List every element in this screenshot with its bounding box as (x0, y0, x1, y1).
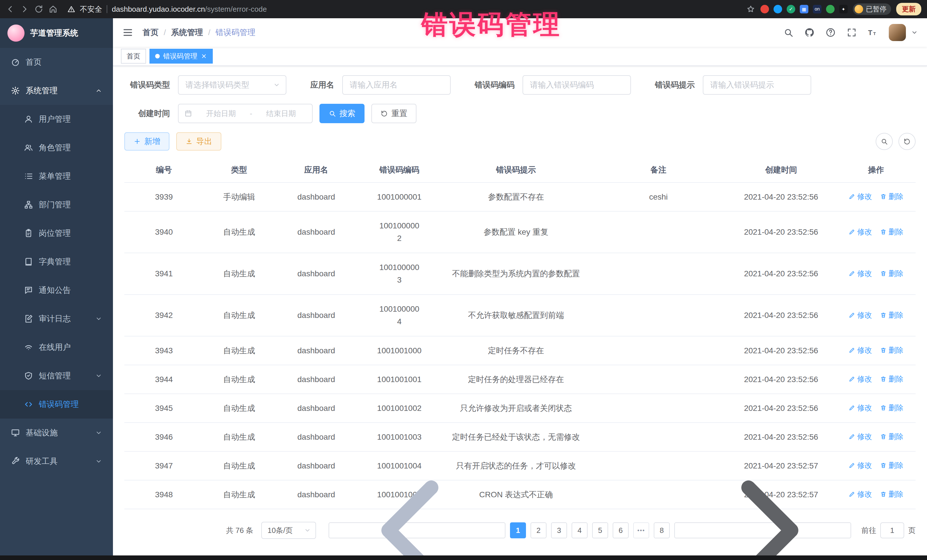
goto-page-input[interactable] (880, 522, 904, 538)
browser-back-icon[interactable] (6, 5, 15, 14)
reset-button[interactable]: 重置 (371, 104, 416, 123)
sidebar-item-devtool[interactable]: 研发工具 (0, 447, 113, 476)
extension-on-icon[interactable]: on (813, 5, 821, 14)
user-avatar[interactable] (889, 24, 906, 41)
refresh-icon (903, 138, 911, 145)
address-divider (107, 5, 107, 13)
edit-link[interactable]: 修改 (849, 310, 872, 321)
page-button-4[interactable]: 4 (571, 522, 588, 538)
github-icon[interactable] (804, 27, 815, 38)
edit-link[interactable]: 修改 (849, 226, 872, 238)
extension-green-check-icon[interactable]: ✓ (787, 5, 795, 14)
extension-red-icon[interactable] (760, 5, 769, 14)
edit-link[interactable]: 修改 (849, 402, 872, 413)
column-header-4: 错误码提示 (441, 157, 591, 182)
sidebar-item-dashboard[interactable]: 首页 (0, 48, 113, 76)
sidebar-item-audit-log[interactable]: 审计日志 (0, 305, 113, 333)
browser-forward-icon[interactable] (20, 5, 29, 14)
sidebar-logo-row[interactable]: 芋道管理系统 (0, 18, 113, 48)
sidebar-item-sms[interactable]: 短信管理 (0, 361, 113, 390)
page-size-select[interactable]: 10条/页 (261, 522, 316, 539)
sidebar-item-users[interactable]: 角色管理 (0, 134, 113, 162)
page-button-8[interactable]: 8 (654, 522, 670, 538)
fullscreen-icon[interactable] (846, 27, 857, 38)
delete-link[interactable]: 删除 (880, 431, 903, 442)
extension-blue-icon[interactable] (774, 5, 782, 14)
cell-time: 2021-04-20 23:52:56 (726, 182, 836, 211)
edit-link[interactable]: 修改 (849, 191, 872, 202)
sidebar-item-menu-list[interactable]: 菜单管理 (0, 162, 113, 190)
refresh-table-button[interactable] (898, 133, 916, 150)
delete-link[interactable]: 删除 (880, 268, 903, 279)
edit-link[interactable]: 修改 (849, 460, 872, 471)
sidebar-item-error-code[interactable]: 错误码管理 (0, 390, 113, 419)
toggle-search-button[interactable] (876, 133, 893, 150)
bookmark-star-icon[interactable] (746, 5, 755, 14)
pagination: 共 76 条 10条/页 123456•••8 前往 页 (125, 522, 916, 539)
header-search-icon[interactable] (783, 27, 793, 38)
search-button[interactable]: 搜索 (319, 104, 365, 123)
delete-link[interactable]: 删除 (880, 373, 903, 385)
prev-page-button[interactable] (328, 522, 505, 538)
tab-error-code[interactable]: 错误码管理 (149, 49, 213, 64)
sidebar-item-org-tree[interactable]: 部门管理 (0, 190, 113, 219)
page-button-2[interactable]: 2 (530, 522, 547, 538)
page-button-1[interactable]: 1 (510, 522, 526, 538)
tags-view-bar: 首页 错误码管理 (113, 47, 927, 66)
page-button-3[interactable]: 3 (551, 522, 567, 538)
delete-link[interactable]: 删除 (880, 191, 903, 202)
search-button-label: 搜索 (339, 108, 356, 119)
address-bar[interactable]: 不安全 dashboard.yudao.iocoder.cn/system/er… (63, 4, 741, 14)
filter-code-label: 错误码编码 (475, 80, 515, 90)
edit-link[interactable]: 修改 (849, 431, 872, 442)
sidebar-item-dict[interactable]: 字典管理 (0, 247, 113, 276)
delete-link[interactable]: 删除 (880, 489, 903, 500)
extension-pin-icon[interactable]: ✦ (839, 5, 848, 14)
sidebar-item-gear[interactable]: 系统管理 (0, 76, 113, 105)
edit-link[interactable]: 修改 (849, 268, 872, 279)
tab-home[interactable]: 首页 (121, 49, 146, 64)
pagination-ellipsis[interactable]: ••• (633, 522, 649, 538)
breadcrumb-home[interactable]: 首页 (143, 27, 159, 38)
sidebar-item-infra[interactable]: 基础设施 (0, 419, 113, 447)
edit-link[interactable]: 修改 (849, 344, 872, 356)
profile-paused-chip[interactable]: 已暂停 (853, 3, 891, 15)
font-size-icon[interactable]: TT (868, 27, 878, 38)
cell-code: 1001000002 (358, 211, 441, 253)
hamburger-icon[interactable] (122, 27, 134, 38)
sidebar-item-announcement[interactable]: 通知公告 (0, 276, 113, 305)
next-page-button[interactable] (674, 522, 851, 538)
svg-text:T: T (873, 31, 876, 36)
sidebar-item-badge[interactable]: 岗位管理 (0, 219, 113, 247)
page-button-6[interactable]: 6 (613, 522, 629, 538)
page-button-5[interactable]: 5 (592, 522, 608, 538)
error-code-input[interactable] (523, 75, 631, 95)
browser-home-icon[interactable] (49, 5, 58, 14)
extension-grid-icon[interactable]: ▦ (800, 5, 808, 14)
breadcrumb-system[interactable]: 系统管理 (171, 27, 203, 38)
create-time-range-picker[interactable]: 开始日期 - 结束日期 (178, 104, 313, 123)
docs-question-icon[interactable] (825, 27, 836, 38)
trash-icon (880, 462, 887, 469)
avatar-caret-down-icon[interactable] (911, 29, 918, 36)
delete-link[interactable]: 删除 (880, 460, 903, 471)
edit-link[interactable]: 修改 (849, 373, 872, 385)
add-button[interactable]: 新增 (125, 132, 169, 150)
column-header-0: 编号 (125, 157, 204, 182)
export-button[interactable]: 导出 (176, 132, 221, 150)
sidebar-item-online-user[interactable]: 在线用户 (0, 333, 113, 361)
delete-link[interactable]: 删除 (880, 226, 903, 238)
error-msg-input[interactable] (703, 75, 811, 95)
delete-link[interactable]: 删除 (880, 344, 903, 356)
tab-close-icon[interactable] (201, 53, 207, 59)
app-name-input[interactable] (342, 75, 451, 95)
announcement-icon (24, 286, 33, 295)
delete-link[interactable]: 删除 (880, 402, 903, 413)
error-type-select[interactable]: 请选择错误码类型 (178, 75, 286, 95)
browser-update-button[interactable]: 更新 (896, 3, 921, 15)
delete-link[interactable]: 删除 (880, 310, 903, 321)
sidebar-item-user[interactable]: 用户管理 (0, 105, 113, 134)
edit-link[interactable]: 修改 (849, 489, 872, 500)
extension-leaf-icon[interactable] (826, 5, 834, 14)
browser-reload-icon[interactable] (34, 5, 43, 14)
